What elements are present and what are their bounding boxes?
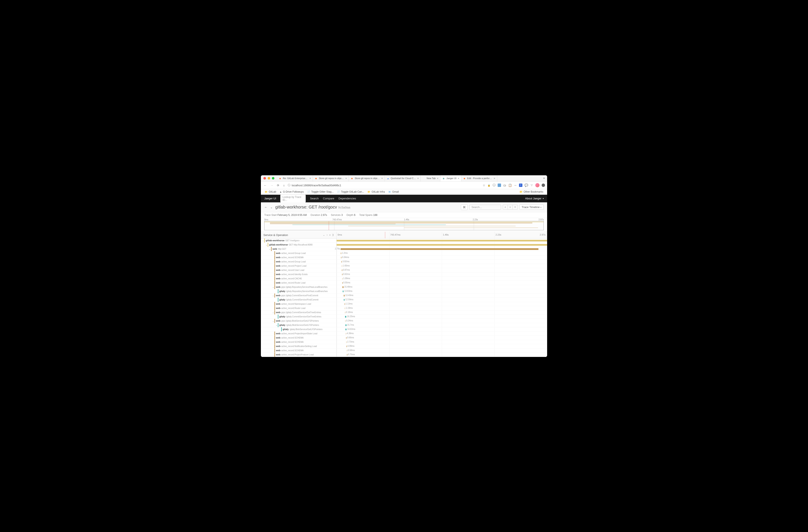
span-row[interactable]: ⌄webgrpc:/gitaly.RepositoryService/HasLo… bbox=[261, 285, 547, 289]
trace-back-button[interactable]: ← bbox=[264, 205, 268, 209]
tab-close[interactable]: × bbox=[309, 177, 311, 180]
ext-icon-3[interactable]: 📋 bbox=[508, 184, 512, 187]
span-row[interactable]: ⌄webhttp:GET2.79s bbox=[261, 247, 547, 251]
search-down[interactable]: ∨ bbox=[508, 205, 513, 209]
tab-close[interactable]: × bbox=[345, 177, 347, 180]
chevron-down-icon[interactable]: ▾ bbox=[543, 197, 544, 200]
span-row[interactable]: ⌄webgrpc:/gitaly.BlobService/GetLFSPoint… bbox=[261, 319, 547, 323]
browser-tab[interactable]: ◆Re: GitLab Enterprise Edition× bbox=[277, 175, 313, 181]
span-row[interactable]: webactive_record:SCHEMA6.94ms bbox=[261, 255, 547, 260]
browser-tab[interactable]: ◆Store git repos in object stora× bbox=[313, 175, 349, 181]
bookmark-item[interactable]: ▲G-Drive Followups bbox=[278, 190, 306, 194]
ext-icon-1[interactable] bbox=[498, 184, 501, 187]
span-caret[interactable]: ⌄ bbox=[272, 286, 274, 288]
url-bar[interactable]: ⓘ localhost:16686/trace/9c5a9aa00d486c1 bbox=[288, 183, 480, 187]
back-button[interactable]: ← bbox=[263, 183, 268, 187]
nav-dependencies[interactable]: Dependencies bbox=[338, 197, 356, 200]
other-bookmarks[interactable]: 📁 Other Bookmarks bbox=[518, 190, 545, 194]
span-caret[interactable]: ⌄ bbox=[272, 294, 274, 297]
chevron-down-icon[interactable]: ⌄ bbox=[323, 234, 325, 236]
span-row[interactable]: ⌄gitaly/gitaly.BlobService/GetLFSPointer… bbox=[261, 323, 547, 327]
span-row[interactable]: webactive_record:Project Load1.65ms bbox=[261, 264, 547, 268]
span-row[interactable]: webactive_record:NotificationSetting Loa… bbox=[261, 344, 547, 348]
span-row[interactable]: gitaly/gitaly.BlobService/GetLFSPointers… bbox=[261, 327, 547, 332]
span-caret[interactable]: ⌄ bbox=[272, 311, 274, 314]
span-bar[interactable] bbox=[343, 291, 344, 292]
close-window[interactable] bbox=[263, 177, 266, 180]
tab-close[interactable]: × bbox=[437, 177, 439, 180]
span-row[interactable]: gitaly/gitaly.CommitService/GetTreeEntri… bbox=[261, 315, 547, 319]
span-caret[interactable]: ⌄ bbox=[272, 320, 274, 322]
trace-search-input[interactable]: Search... bbox=[469, 205, 501, 210]
span-bar[interactable] bbox=[341, 257, 342, 258]
span-bar[interactable] bbox=[342, 269, 342, 271]
span-bar[interactable] bbox=[346, 341, 347, 343]
browser-tab[interactable]: ◆Store git repos in object stora× bbox=[349, 175, 385, 181]
double-chevron-right-icon[interactable]: ⟫ bbox=[332, 234, 334, 236]
span-caret[interactable]: ⌄ bbox=[275, 324, 278, 326]
span-row[interactable]: webactive_record:ProjectFeature Load0.75… bbox=[261, 353, 547, 357]
home-button[interactable]: ⌂ bbox=[282, 183, 286, 187]
span-row[interactable]: webactive_record:Group Load3.92ms bbox=[261, 260, 547, 264]
about-jaeger[interactable]: About Jaeger bbox=[525, 197, 541, 200]
search-clear[interactable]: ✕ bbox=[513, 205, 517, 209]
span-row[interactable]: webactive_record:Route Load1.19ms bbox=[261, 306, 547, 310]
span-bar[interactable] bbox=[336, 240, 547, 241]
double-chevron-down-icon[interactable]: » bbox=[329, 234, 331, 236]
view-select[interactable]: Trace Timeline ▾ bbox=[519, 204, 544, 210]
span-bar[interactable] bbox=[342, 282, 343, 284]
span-row[interactable]: webactive_record:SCHEMA0.58ms bbox=[261, 348, 547, 353]
span-row[interactable]: webactive_record:Namespace Load1.13ms bbox=[261, 302, 547, 306]
span-bar[interactable] bbox=[344, 299, 345, 301]
browser-tab[interactable]: New Tab× bbox=[421, 175, 440, 181]
span-caret[interactable]: ⌄ bbox=[262, 239, 264, 242]
nav-search[interactable]: Search bbox=[310, 197, 318, 200]
tab-close[interactable]: × bbox=[381, 177, 383, 180]
ext-icon-7[interactable]: ⩔ bbox=[530, 184, 533, 187]
ext-icon-6[interactable]: 💬 bbox=[525, 184, 528, 187]
span-row[interactable]: ⌄gitlab-workhorseGET /root/gocv bbox=[261, 239, 547, 243]
bookmark-item[interactable]: 📄Toggle Gitter Stag... bbox=[306, 190, 335, 194]
span-bar[interactable] bbox=[336, 244, 547, 246]
span-row[interactable]: webactive_record:CACHE1.09ms bbox=[261, 277, 547, 281]
span-bar[interactable] bbox=[344, 295, 345, 296]
span-bar[interactable] bbox=[345, 312, 345, 313]
span-row[interactable]: gitaly/gitaly.CommitService/FindCommit12… bbox=[261, 298, 547, 302]
span-bar[interactable] bbox=[346, 324, 347, 326]
browser-tab[interactable]: ◉Jaeger UI× bbox=[440, 175, 461, 181]
span-row[interactable]: gitaly/gitaly.RepositoryService/HasLocal… bbox=[261, 289, 547, 293]
span-bar[interactable] bbox=[346, 329, 347, 330]
trace-lookup-input[interactable]: Lookup by Trace ID... bbox=[280, 195, 306, 202]
span-bar[interactable] bbox=[346, 337, 346, 339]
new-tab-button[interactable]: + bbox=[541, 176, 547, 180]
keyboard-shortcut-button[interactable]: ⌘ bbox=[461, 204, 467, 210]
span-bar[interactable] bbox=[345, 303, 345, 305]
span-row[interactable]: webactive_record:Identity Exists0.62ms bbox=[261, 272, 547, 277]
span-caret[interactable]: ⌄ bbox=[265, 243, 268, 246]
tab-close[interactable]: × bbox=[458, 177, 459, 180]
span-bar[interactable] bbox=[347, 346, 347, 347]
span-row[interactable]: ⌄webgrpc:/gitaly.CommitService/FindCommi… bbox=[261, 293, 547, 298]
maximize-window[interactable] bbox=[272, 177, 274, 180]
ext-icon-4[interactable]: ↔ bbox=[514, 184, 517, 187]
minimize-window[interactable] bbox=[268, 177, 270, 180]
browser-tab[interactable]: ◆Edit · Provide a performance i× bbox=[461, 175, 497, 181]
star-icon[interactable]: ☆ bbox=[483, 184, 485, 187]
span-row[interactable]: webactive_record:SCHEMA0.66ms bbox=[261, 336, 547, 340]
info-icon[interactable]: ⓘ bbox=[493, 183, 496, 187]
span-bar[interactable] bbox=[342, 278, 343, 279]
bookmark-item[interactable]: 📁GitLab Infra bbox=[366, 190, 386, 194]
browser-tab[interactable]: ☁Quickstart for Cloud CCC | C× bbox=[385, 175, 421, 181]
span-row[interactable]: webactive_record:Route Load0.55ms bbox=[261, 281, 547, 285]
tab-close[interactable]: × bbox=[494, 177, 495, 180]
span-row[interactable]: ⌄webgrpc:/gitaly.CommitService/GetTreeEn… bbox=[261, 310, 547, 315]
span-bar[interactable] bbox=[342, 265, 342, 267]
chevron-right-icon[interactable]: › bbox=[327, 234, 328, 236]
span-bar[interactable] bbox=[345, 316, 346, 317]
span-bar[interactable] bbox=[343, 286, 344, 288]
bookmark-item[interactable]: 📧Gmail bbox=[386, 190, 400, 194]
span-row[interactable]: webactive_record:SCHEMA2.73ms bbox=[261, 340, 547, 344]
span-row[interactable]: ⌄gitlab-workhorseGET http://localhost:80… bbox=[261, 243, 547, 247]
bookmark-item[interactable]: 📁GitLab bbox=[263, 190, 278, 194]
reload-button[interactable]: ⟳ bbox=[276, 183, 280, 187]
